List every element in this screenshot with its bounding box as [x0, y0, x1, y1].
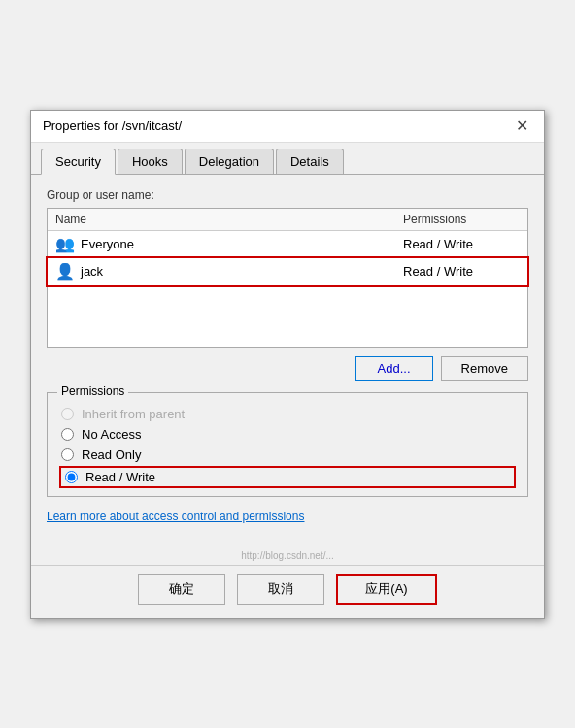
radio-read-only-label: Read Only — [82, 447, 141, 462]
apply-button[interactable]: 应用(A) — [336, 574, 436, 605]
col-perm-header: Permissions — [403, 213, 520, 226]
user-perm-everyone: Read / Write — [403, 237, 520, 251]
watermark: http://blog.csdn.net/... — [31, 550, 544, 565]
group-user-label: Group or user name: — [47, 188, 528, 202]
tab-details[interactable]: Details — [276, 149, 344, 174]
table-row-selected[interactable]: 👤 jack Read / Write — [48, 258, 527, 285]
learn-more-link[interactable]: Learn more about access control and perm… — [47, 510, 304, 523]
add-remove-buttons: Add... Remove — [47, 356, 528, 381]
radio-no-access-input[interactable] — [61, 428, 74, 441]
tab-delegation[interactable]: Delegation — [185, 149, 274, 174]
radio-inherit[interactable]: Inherit from parent — [61, 407, 514, 421]
everyone-icon: 👥 — [55, 235, 75, 254]
content-area: Group or user name: Name Permissions 👥 E… — [31, 175, 544, 550]
radio-no-access-label: No Access — [82, 427, 141, 442]
radio-read-write-input[interactable] — [65, 471, 78, 483]
title-bar: Properties for /svn/itcast/ ✕ — [31, 111, 544, 143]
table-row[interactable]: 👥 Everyone Read / Write — [48, 231, 527, 258]
user-name-everyone: Everyone — [81, 237, 403, 251]
dialog-title: Properties for /svn/itcast/ — [43, 118, 182, 133]
bottom-buttons: 确定 取消 应用(A) — [31, 565, 544, 618]
radio-read-write-label: Read / Write — [85, 470, 155, 484]
learn-more-row: Learn more about access control and perm… — [47, 509, 528, 523]
radio-read-write[interactable]: Read / Write — [61, 468, 514, 486]
user-table: Name Permissions 👥 Everyone Read / Write… — [47, 208, 528, 348]
col-name-header: Name — [55, 213, 403, 226]
confirm-button[interactable]: 确定 — [138, 574, 225, 605]
radio-inherit-input[interactable] — [61, 408, 74, 420]
jack-icon: 👤 — [55, 262, 75, 281]
tab-security[interactable]: Security — [41, 149, 116, 175]
user-name-jack: jack — [81, 264, 403, 279]
tab-hooks[interactable]: Hooks — [118, 149, 183, 174]
radio-read-only[interactable]: Read Only — [61, 447, 514, 462]
remove-button[interactable]: Remove — [441, 356, 528, 381]
close-button[interactable]: ✕ — [512, 118, 532, 134]
properties-dialog: Properties for /svn/itcast/ ✕ Security H… — [30, 110, 545, 619]
radio-no-access[interactable]: No Access — [61, 427, 514, 442]
radio-inherit-label: Inherit from parent — [82, 407, 185, 421]
radio-read-only-input[interactable] — [61, 448, 74, 461]
permissions-legend: Permissions — [57, 384, 128, 398]
table-body: 👥 Everyone Read / Write 👤 jack Read / Wr… — [48, 231, 527, 347]
permissions-section: Permissions Inherit from parent No Acces… — [47, 392, 528, 497]
table-header: Name Permissions — [48, 209, 527, 231]
radio-group: Inherit from parent No Access Read Only … — [61, 407, 514, 486]
cancel-button[interactable]: 取消 — [237, 574, 324, 605]
user-perm-jack: Read / Write — [403, 264, 520, 279]
add-button[interactable]: Add... — [355, 356, 433, 381]
tabs-container: Security Hooks Delegation Details — [31, 143, 544, 175]
